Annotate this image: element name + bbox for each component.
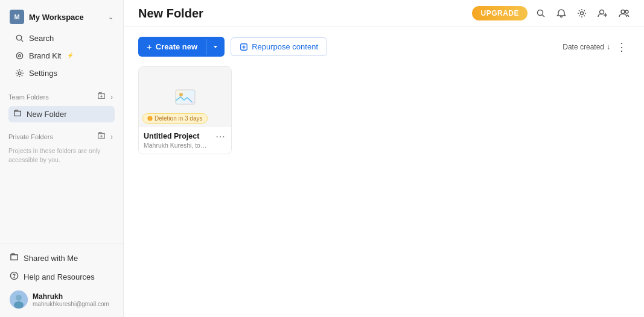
private-folders-section: Private Folders › Projects in these fold… (0, 124, 123, 168)
svg-line-1 (21, 40, 22, 42)
topbar: New Folder UPGRADE (124, 0, 644, 27)
card-meta: Mahrukh Kureshi, today at 12:12a... (144, 142, 210, 149)
help-icon (10, 271, 19, 282)
toolbar-more-options-button[interactable]: ⋮ (614, 39, 630, 55)
sidebar-item-settings[interactable]: Settings (8, 64, 115, 81)
svg-rect-28 (176, 90, 195, 104)
svg-point-20 (621, 10, 625, 14)
folder-item-new-folder[interactable]: New Folder (8, 106, 115, 122)
card-text: Untitled Project Mahrukh Kureshi, today … (144, 132, 214, 149)
sidebar-settings-label: Settings (29, 69, 57, 78)
sidebar-search-label: Search (29, 34, 54, 43)
create-new-button[interactable]: + Create new (138, 37, 225, 57)
sidebar-item-brand-kit[interactable]: Brand Kit ⚡ (8, 47, 115, 64)
svg-point-3 (18, 55, 21, 57)
shared-label: Shared with Me (24, 254, 78, 263)
card-menu-button[interactable]: ⋯ (214, 132, 226, 142)
card-info: Untitled Project Mahrukh Kureshi, today … (139, 127, 231, 154)
folder-icon (13, 109, 22, 119)
plus-icon: + (147, 42, 152, 52)
brand-kit-icon (14, 51, 24, 60)
sidebar-item-shared[interactable]: Shared with Me (6, 249, 117, 267)
team-folders-section: Team Folders › New Folder (0, 84, 123, 124)
svg-point-10 (14, 277, 14, 278)
topbar-actions: UPGRADE (472, 6, 632, 20)
private-folder-more-button[interactable]: › (109, 130, 115, 143)
invite-user-button[interactable] (595, 6, 610, 20)
thumbnail-image-icon (173, 85, 197, 109)
content-area: + Create new Repurpose co (124, 27, 644, 317)
help-label: Help and Resources (24, 272, 95, 281)
team-folders-title: Team Folders (8, 93, 49, 101)
svg-marker-22 (214, 46, 217, 48)
workspace-chevron-icon: ⌄ (108, 13, 113, 21)
user-name: Mahrukh (33, 292, 109, 301)
add-private-folder-button[interactable] (95, 130, 107, 143)
svg-point-14 (538, 10, 543, 16)
repurpose-label: Repurpose content (252, 42, 318, 51)
upgrade-button[interactable]: UPGRADE (472, 6, 528, 20)
workspace-name: My Workspace (29, 13, 84, 22)
sidebar: M My Workspace ⌄ Search Brand Kit (0, 0, 124, 317)
user-email: mahrukhkureshi@gmail.com (33, 301, 109, 307)
toolbar-left: + Create new Repurpose co (138, 37, 327, 57)
svg-point-13 (14, 301, 24, 309)
svg-point-16 (581, 12, 584, 15)
avatar (10, 290, 28, 309)
private-folders-description: Projects in these folders are only acces… (6, 145, 117, 166)
sort-text: Date created (563, 43, 604, 51)
card-thumbnail: ! Deletion in 3 days (139, 67, 231, 127)
settings-button[interactable] (575, 6, 589, 20)
deletion-badge: ! Deletion in 3 days (142, 113, 208, 124)
sidebar-item-help[interactable]: Help and Resources (6, 268, 117, 286)
sort-label[interactable]: Date created ↓ (563, 43, 610, 51)
svg-point-12 (16, 295, 22, 301)
settings-icon (14, 68, 24, 78)
sort-direction-icon: ↓ (607, 43, 610, 51)
sidebar-item-search[interactable]: Search (8, 30, 115, 46)
team-button[interactable] (616, 6, 632, 20)
main-content: New Folder UPGRADE (124, 0, 644, 317)
team-folder-more-button[interactable]: › (109, 90, 115, 103)
svg-text:!: ! (150, 116, 151, 121)
user-profile[interactable]: Mahrukh mahrukhkureshi@gmail.com (6, 287, 117, 312)
notifications-button[interactable] (554, 6, 569, 20)
add-team-folder-button[interactable] (95, 90, 107, 103)
folder-label: New Folder (27, 110, 66, 119)
workspace-avatar: M (10, 10, 24, 24)
repurpose-content-button[interactable]: Repurpose content (231, 37, 327, 56)
svg-point-4 (18, 72, 21, 75)
svg-point-21 (625, 10, 628, 13)
sidebar-brand-kit-label: Brand Kit (29, 51, 61, 60)
workspace-header[interactable]: M My Workspace ⌄ (6, 5, 117, 29)
brand-kit-badge: ⚡ (67, 52, 74, 58)
search-icon (14, 33, 24, 43)
create-new-main[interactable]: + Create new (138, 37, 206, 57)
create-new-label: Create new (156, 42, 197, 51)
user-info: Mahrukh mahrukhkureshi@gmail.com (33, 292, 109, 307)
sidebar-bottom: Shared with Me Help and Resources (0, 243, 123, 317)
svg-point-0 (16, 35, 21, 40)
search-button[interactable] (534, 6, 548, 20)
page-title: New Folder (138, 7, 203, 20)
svg-point-2 (16, 52, 22, 58)
toolbar: + Create new Repurpose co (138, 37, 630, 57)
project-card[interactable]: ! Deletion in 3 days Untitled Project Ma… (138, 66, 232, 154)
create-new-dropdown-button[interactable] (206, 39, 225, 55)
toolbar-right: Date created ↓ ⋮ (563, 39, 630, 55)
shared-icon (10, 253, 19, 263)
svg-line-15 (543, 15, 545, 17)
projects-grid: ! Deletion in 3 days Untitled Project Ma… (138, 66, 630, 154)
private-folders-title: Private Folders (8, 133, 53, 140)
card-title: Untitled Project (144, 132, 214, 140)
deletion-text: Deletion in 3 days (155, 115, 203, 122)
